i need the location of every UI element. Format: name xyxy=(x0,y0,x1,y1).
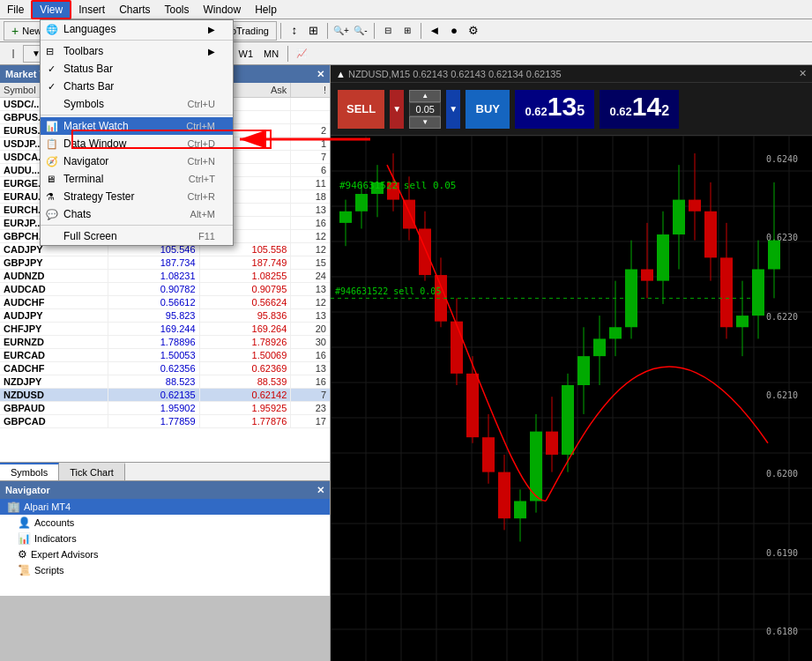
buy-button[interactable]: BUY xyxy=(466,90,510,129)
view-dropdown-menu: 🌐 Languages ▶ ⊟ Toolbars ▶ ✓ Status Bar … xyxy=(40,19,234,246)
nav-item-ea[interactable]: ⚙ Expert Advisors xyxy=(0,546,330,562)
left-tabs: Symbols Tick Chart xyxy=(0,462,330,480)
nav-item-indicators[interactable]: 📊 Indicators xyxy=(0,531,330,546)
table-row[interactable]: GBPJPY 187.734 187.749 15 xyxy=(0,256,330,270)
status-bar-check: ✓ xyxy=(48,63,56,75)
toolbar-icon-10[interactable]: ⊟ xyxy=(378,21,398,41)
menu-window[interactable]: Window xyxy=(197,2,249,18)
chats-shortcut: Alt+M xyxy=(190,209,215,219)
table-row[interactable]: AUDCHF 0.56612 0.56624 12 xyxy=(0,296,330,309)
navigator-panel: Navigator ✕ 🏢 Alpari MT4 👤 Accounts 📊 In… xyxy=(0,480,330,596)
menu-tools[interactable]: Tools xyxy=(158,2,197,18)
col-spread: ! xyxy=(291,83,330,98)
menu-item-toolbars[interactable]: ⊟ Toolbars ▶ xyxy=(41,42,233,60)
menu-file[interactable]: File xyxy=(0,2,31,18)
nav-accounts-label: Accounts xyxy=(34,517,74,528)
toolbar-icon-8[interactable]: 🔍+ xyxy=(332,21,351,41)
table-row[interactable]: AUDJPY 95.823 95.836 13 xyxy=(0,309,330,323)
languages-arrow: ▶ xyxy=(208,25,215,34)
menu-item-status-bar[interactable]: ✓ Status Bar xyxy=(41,60,233,78)
navigator-close[interactable]: ✕ xyxy=(317,485,324,496)
lot-control: ▲ 0.05 ▼ xyxy=(409,90,441,129)
languages-icon: 🌐 xyxy=(46,24,58,35)
chart-type-btn[interactable]: 📈 xyxy=(292,45,311,63)
navigator-icon: 🧭 xyxy=(46,156,58,167)
table-row[interactable]: NZDUSD 0.62135 0.62142 7 xyxy=(0,389,330,402)
terminal-shortcut: Ctrl+T xyxy=(189,174,215,184)
nav-item-broker[interactable]: 🏢 Alpari MT4 xyxy=(0,499,330,515)
ask-main: 14 xyxy=(632,93,661,120)
nav-scripts-label: Scripts xyxy=(34,565,64,576)
bid-sup: 5 xyxy=(577,103,585,119)
tf-w1[interactable]: W1 xyxy=(234,45,259,63)
lot-up-btn[interactable]: ▲ xyxy=(409,90,441,102)
menu-item-terminal[interactable]: 🖥 Terminal Ctrl+T xyxy=(41,170,233,188)
bid-main: 13 xyxy=(548,93,577,120)
nav-item-accounts[interactable]: 👤 Accounts xyxy=(0,515,330,531)
toolbar-icon-11[interactable]: ⊞ xyxy=(398,21,417,41)
lot-down-btn[interactable]: ▼ xyxy=(409,116,441,129)
table-row[interactable]: GBPCAD 1.77859 1.77876 17 xyxy=(0,415,330,428)
tf-mn[interactable]: MN xyxy=(258,45,284,63)
menu-sep-3 xyxy=(41,225,233,226)
buy-dropdown-arrow[interactable]: ▼ xyxy=(446,90,460,129)
menu-item-strategy-tester[interactable]: ⚗ Strategy Tester Ctrl+R xyxy=(41,188,233,205)
tab-symbols[interactable]: Symbols xyxy=(0,463,59,480)
menu-charts[interactable]: Charts xyxy=(112,2,157,18)
order-label: #946631522 sell 0.05 xyxy=(339,180,456,191)
navigator-title: Navigator xyxy=(5,485,50,495)
indicators-icon: 📊 xyxy=(18,532,31,545)
broker-icon: 🏢 xyxy=(7,501,20,513)
toolbar2-icon-1[interactable]: | xyxy=(4,45,23,63)
table-row[interactable]: GBPAUD 1.95902 1.95925 23 xyxy=(0,402,330,415)
table-row[interactable]: NZDJPY 88.523 88.539 16 xyxy=(0,375,330,389)
chats-icon: 💬 xyxy=(46,209,58,220)
menu-item-market-watch[interactable]: 📊 Market Watch Ctrl+M xyxy=(41,117,233,135)
navigator-shortcut: Ctrl+N xyxy=(188,156,215,167)
navigator-header: Navigator ✕ xyxy=(0,481,330,499)
ea-icon: ⚙ xyxy=(18,548,27,561)
menu-item-data-window[interactable]: 📋 Data Window Ctrl+D xyxy=(41,135,233,152)
market-watch-shortcut: Ctrl+M xyxy=(186,121,215,131)
menu-item-navigator[interactable]: 🧭 Navigator Ctrl+N xyxy=(41,152,233,170)
toolbar-icon-13[interactable]: ● xyxy=(444,21,464,41)
menu-view[interactable]: View xyxy=(31,0,71,19)
lot-value[interactable]: 0.05 xyxy=(409,102,441,116)
table-row[interactable]: CHFJPY 169.244 169.264 20 xyxy=(0,323,330,336)
toolbar-icon-7[interactable]: ⊞ xyxy=(304,21,324,41)
chart-canvas-area: #946631522 sell 0.05 xyxy=(331,136,812,661)
menu-item-languages[interactable]: 🌐 Languages ▶ xyxy=(41,20,233,38)
table-row[interactable]: AUDNZD 1.08231 1.08255 24 xyxy=(0,270,330,283)
table-row[interactable]: AUDCAD 0.90782 0.90795 13 xyxy=(0,283,330,296)
menu-item-charts-bar[interactable]: ✓ Charts Bar xyxy=(41,78,233,95)
right-panel: ▲ NZDUSD,M15 0.62143 0.62143 0.62134 0.6… xyxy=(331,65,812,661)
chart-close-btn[interactable]: ✕ xyxy=(799,68,807,79)
toolbar-icon-9[interactable]: 🔍- xyxy=(351,21,370,41)
tab-tick-chart[interactable]: Tick Chart xyxy=(59,463,125,480)
chart-canvas xyxy=(331,136,812,661)
table-row[interactable]: EURNZD 1.78896 1.78926 30 xyxy=(0,336,330,349)
chart-title-bar: ▲ NZDUSD,M15 0.62143 0.62143 0.62134 0.6… xyxy=(331,65,812,83)
full-screen-shortcut: F11 xyxy=(198,231,215,241)
accounts-icon: 👤 xyxy=(18,516,31,529)
menu-insert[interactable]: Insert xyxy=(71,2,112,18)
toolbar-icon-14[interactable]: ⚙ xyxy=(464,21,483,41)
dropdown-arrow[interactable]: ▼ xyxy=(390,90,404,129)
menu-item-full-screen[interactable]: Full Screen F11 xyxy=(41,227,233,245)
toolbars-arrow: ▶ xyxy=(208,47,215,56)
nav-item-scripts[interactable]: 📜 Scripts xyxy=(0,562,330,578)
toolbar-icon-12[interactable]: ◄ xyxy=(425,21,444,41)
menu-item-symbols[interactable]: Symbols Ctrl+U xyxy=(41,95,233,113)
bid-prefix: 0.62 xyxy=(525,105,547,118)
sell-button[interactable]: SELL xyxy=(338,90,384,129)
data-window-icon: 📋 xyxy=(46,138,58,150)
nav-ea-label: Expert Advisors xyxy=(31,549,98,560)
menu-help[interactable]: Help xyxy=(248,2,284,18)
charts-bar-check: ✓ xyxy=(48,81,56,93)
menu-item-chats[interactable]: 💬 Chats Alt+M xyxy=(41,205,233,223)
toolbar-icon-6[interactable]: ↕ xyxy=(285,21,304,41)
market-watch-close[interactable]: ✕ xyxy=(317,69,324,80)
table-row[interactable]: CADCHF 0.62356 0.62369 13 xyxy=(0,362,330,375)
table-row[interactable]: EURCAD 1.50053 1.50069 16 xyxy=(0,349,330,362)
ask-display: 0.62 14 2 xyxy=(600,90,679,129)
